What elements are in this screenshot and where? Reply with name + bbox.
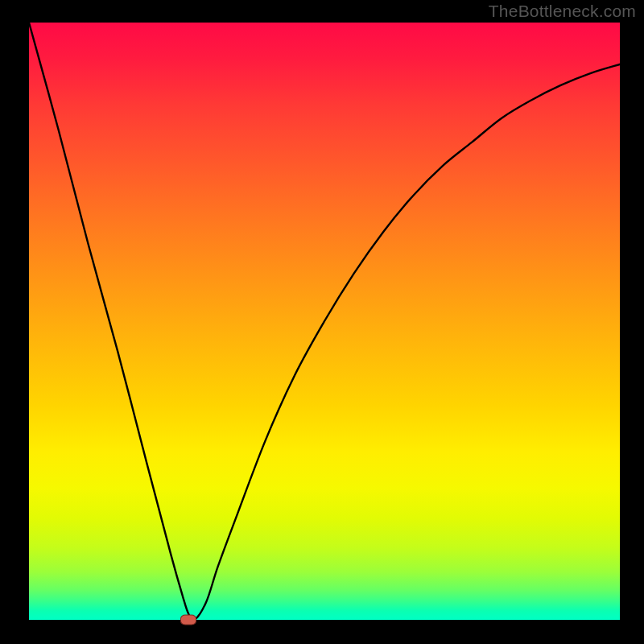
plot-area bbox=[29, 23, 620, 620]
bottleneck-curve-path bbox=[29, 23, 620, 620]
minimum-marker bbox=[180, 615, 196, 625]
curve-layer bbox=[29, 23, 620, 620]
watermark-label: TheBottleneck.com bbox=[489, 2, 636, 21]
chart-frame: TheBottleneck.com bbox=[0, 0, 644, 644]
